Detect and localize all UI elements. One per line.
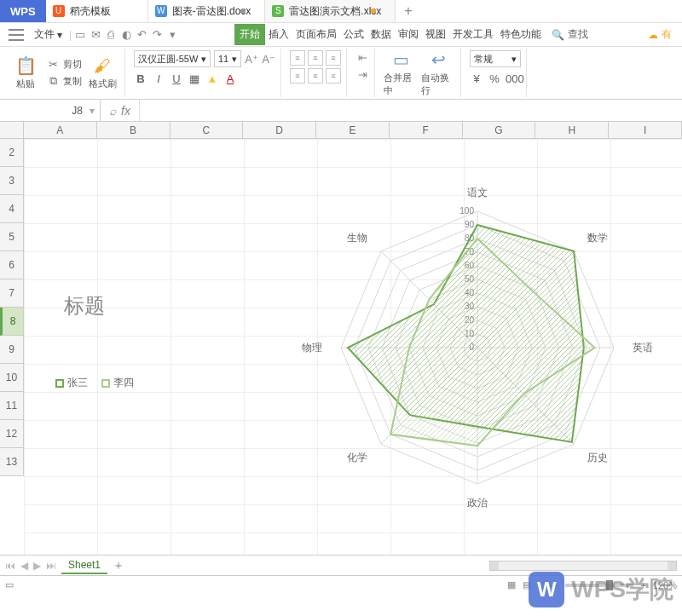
border-button[interactable]: ▦ xyxy=(188,72,201,85)
add-sheet-button[interactable]: ＋ xyxy=(113,558,124,573)
number-format-select[interactable]: 常规▾ xyxy=(470,50,521,67)
fill-color-button[interactable]: ▲ xyxy=(205,72,219,85)
tab-formula[interactable]: 公式 xyxy=(340,24,367,45)
sheet-tab[interactable]: Sheet1 xyxy=(61,557,107,574)
fx-label[interactable]: ⌕fx xyxy=(101,104,139,118)
row-header[interactable]: 7 xyxy=(0,279,23,308)
hamburger-icon[interactable] xyxy=(9,29,24,41)
preview-icon[interactable]: ◐ xyxy=(119,28,133,42)
decrease-indent-icon[interactable]: ⇤ xyxy=(355,50,369,64)
undo-icon[interactable]: ↶ xyxy=(135,28,148,42)
bold-button[interactable]: B xyxy=(134,72,147,85)
increase-indent-icon[interactable]: ⇥ xyxy=(355,67,369,81)
col-header[interactable]: D xyxy=(243,122,316,138)
align-top-left[interactable]: ≡ xyxy=(290,50,305,66)
record-macro-icon[interactable]: ▭ xyxy=(5,579,14,590)
print-icon[interactable]: ⎙ xyxy=(104,28,118,42)
align-bottom-center[interactable]: ≡ xyxy=(308,68,323,83)
legend-swatch-icon xyxy=(55,379,64,388)
horizontal-scrollbar[interactable] xyxy=(489,561,677,571)
tab-special[interactable]: 特色功能 xyxy=(497,24,545,45)
svg-text:物理: 物理 xyxy=(302,342,322,354)
font-name-select[interactable]: 汉仪正圆-55W▾ xyxy=(134,50,211,67)
open-icon[interactable]: ✉ xyxy=(89,28,102,42)
col-header[interactable]: G xyxy=(463,122,536,138)
align-bottom-left[interactable]: ≡ xyxy=(290,68,305,83)
font-group: 汉仪正圆-55W▾ 11▾ A⁺ A⁻ B I U ▦ ▲ A xyxy=(129,49,281,97)
menu-row: 文件▾ | ▭ ✉ ⎙ ◐ ↶ ↷ ▾ 开始 插入 页面布局 公式 数据 审阅 … xyxy=(0,23,682,47)
merge-center-button[interactable]: ▭合并居中 xyxy=(384,49,418,97)
tab-home[interactable]: 开始 xyxy=(234,24,265,45)
view-normal-icon[interactable]: ▦ xyxy=(507,579,516,590)
new-tab-button[interactable]: + xyxy=(396,0,420,22)
view-page-icon[interactable]: ▤ xyxy=(523,579,531,590)
formula-input[interactable] xyxy=(139,100,682,121)
row-header[interactable]: 8 xyxy=(0,308,23,336)
tab-page-layout[interactable]: 页面布局 xyxy=(292,24,340,45)
doc-tab-templates[interactable]: U 稻壳模板 xyxy=(46,0,148,22)
paste-button[interactable]: 📋粘贴 xyxy=(9,55,43,90)
col-header[interactable]: B xyxy=(97,122,170,138)
align-top-center[interactable]: ≡ xyxy=(308,50,323,66)
copy-button[interactable]: ⧉复制 xyxy=(46,74,82,88)
row-header[interactable]: 12 xyxy=(0,420,23,448)
align-bottom-right[interactable]: ≡ xyxy=(326,68,341,83)
new-doc-icon[interactable]: ▭ xyxy=(73,28,87,42)
increase-font-icon[interactable]: A⁺ xyxy=(245,52,258,66)
col-header[interactable]: E xyxy=(316,122,390,138)
zoom-in-icon[interactable]: + xyxy=(640,580,645,590)
row-header[interactable]: 2 xyxy=(0,139,23,167)
cut-button[interactable]: ✂剪切 xyxy=(46,58,82,71)
col-header[interactable]: A xyxy=(24,122,97,138)
currency-icon[interactable]: ¥ xyxy=(470,72,483,85)
row-header[interactable]: 13 xyxy=(0,448,23,476)
chevron-down-icon: ▾ xyxy=(90,105,95,117)
name-box[interactable]: J8▾ xyxy=(0,100,101,121)
decrease-font-icon[interactable]: A⁻ xyxy=(262,52,275,66)
sheet-nav-first-icon[interactable]: ⏮ xyxy=(5,560,15,572)
view-break-icon[interactable]: ◫ xyxy=(538,579,546,590)
font-size-select[interactable]: 11▾ xyxy=(214,50,241,67)
row-header[interactable]: 4 xyxy=(0,195,23,223)
col-header[interactable]: I xyxy=(609,122,682,138)
align-top-right[interactable]: ≡ xyxy=(326,50,341,66)
select-all-corner[interactable] xyxy=(0,122,24,138)
zoom-out-icon[interactable]: − xyxy=(553,580,558,590)
chart-title: 标题 xyxy=(64,292,105,320)
col-header[interactable]: F xyxy=(390,122,463,138)
col-header[interactable]: H xyxy=(535,122,609,138)
comma-icon[interactable]: 000 xyxy=(506,72,519,85)
row-header[interactable]: 9 xyxy=(0,336,23,364)
cloud-status[interactable]: ☁ 有 xyxy=(643,27,677,42)
sheet-nav-next-icon[interactable]: ▶ xyxy=(33,560,41,572)
font-color-button[interactable]: A xyxy=(223,72,237,85)
percent-icon[interactable]: % xyxy=(488,72,501,85)
doc-tab-spreadsheet[interactable]: S 雷达图演示文档.xlsx xyxy=(265,0,396,22)
sheet-nav-last-icon[interactable]: ⏭ xyxy=(46,560,56,572)
formula-bar: J8▾ ⌕fx xyxy=(0,100,682,122)
sheet-nav-prev-icon[interactable]: ◀ xyxy=(20,560,28,572)
file-menu[interactable]: 文件▾ xyxy=(29,26,67,43)
underline-button[interactable]: U xyxy=(170,72,183,85)
doc-tab-word[interactable]: W 图表-雷达图.docx xyxy=(148,0,266,22)
qat-dropdown[interactable]: ▾ xyxy=(165,28,179,42)
search-button[interactable]: 🔍 查找 xyxy=(552,27,588,42)
format-painter-button[interactable]: 🖌格式刷 xyxy=(85,56,119,90)
redo-icon[interactable]: ↷ xyxy=(150,28,164,42)
zoom-slider[interactable] xyxy=(565,584,633,587)
italic-button[interactable]: I xyxy=(152,72,165,85)
tab-insert[interactable]: 插入 xyxy=(265,24,292,45)
row-header[interactable]: 11 xyxy=(0,392,23,420)
col-header[interactable]: C xyxy=(170,122,244,138)
tab-data[interactable]: 数据 xyxy=(367,24,395,45)
row-header[interactable]: 6 xyxy=(0,251,23,279)
radar-chart[interactable]: 标题 张三 李四 0102030405060708090100语文数学英语历史政… xyxy=(34,164,665,531)
zoom-level[interactable]: 120% xyxy=(653,580,677,590)
tab-review[interactable]: 审阅 xyxy=(395,24,422,45)
tab-dev[interactable]: 开发工具 xyxy=(449,24,497,45)
row-header[interactable]: 3 xyxy=(0,167,23,195)
tab-view[interactable]: 视图 xyxy=(422,24,449,45)
row-header[interactable]: 5 xyxy=(0,223,23,251)
row-header[interactable]: 10 xyxy=(0,364,23,392)
wrap-text-button[interactable]: ↩自动换行 xyxy=(421,49,455,97)
